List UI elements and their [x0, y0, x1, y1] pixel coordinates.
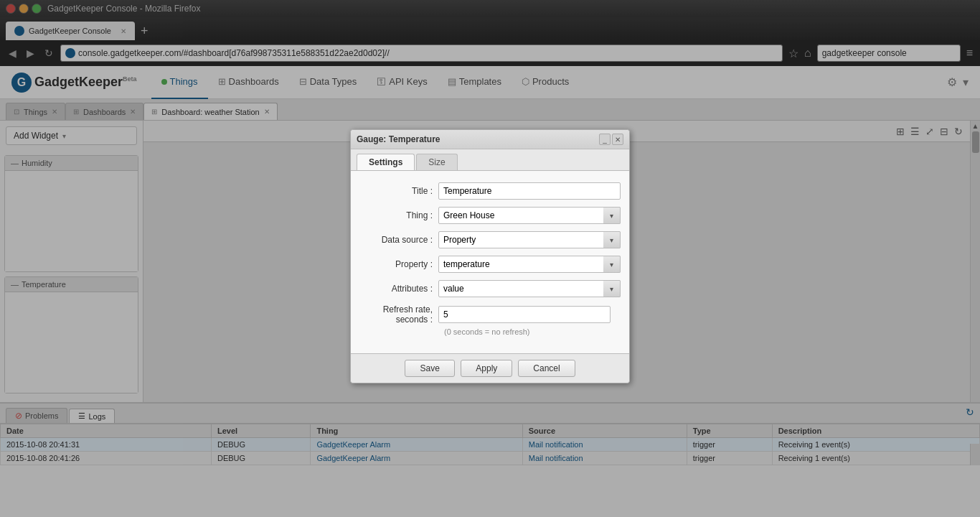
modal-titlebar: Gauge: Temperature _ ✕: [351, 130, 629, 149]
modal-title: Gauge: Temperature: [357, 134, 598, 144]
attributes-field-label: Attributes :: [359, 284, 438, 294]
refresh-input[interactable]: [438, 306, 611, 323]
datasource-select-wrap: Property ▾: [438, 231, 621, 248]
modal-tabs: Settings Size: [351, 149, 629, 171]
form-row-property: Property : temperature ▾: [359, 256, 621, 273]
datasource-select-arrow[interactable]: ▾: [603, 231, 621, 248]
thing-select-arrow[interactable]: ▾: [603, 207, 621, 224]
modal-footer: Save Apply Cancel: [351, 353, 629, 383]
form-row-datasource: Data source : Property ▾: [359, 231, 621, 248]
attributes-select[interactable]: value: [438, 280, 621, 297]
modal-tab-size[interactable]: Size: [416, 154, 457, 170]
cancel-button[interactable]: Cancel: [518, 360, 575, 377]
form-row-refresh: Refresh rate, seconds :: [359, 304, 621, 325]
datasource-select[interactable]: Property: [438, 231, 621, 248]
form-row-attributes: Attributes : value ▾: [359, 280, 621, 297]
property-select-arrow[interactable]: ▾: [603, 256, 621, 273]
modal-tab-settings[interactable]: Settings: [357, 154, 415, 170]
datasource-field-label: Data source :: [359, 235, 438, 245]
gauge-settings-modal: Gauge: Temperature _ ✕ Settings Size Tit…: [350, 129, 630, 383]
modal-overlay: Gauge: Temperature _ ✕ Settings Size Tit…: [0, 0, 980, 517]
form-row-title: Title :: [359, 182, 621, 200]
attributes-select-arrow[interactable]: ▾: [603, 280, 621, 297]
modal-body: Title : Thing : Green House ▾ Data sourc…: [351, 171, 629, 353]
form-row-thing: Thing : Green House ▾: [359, 207, 621, 224]
modal-close-btn[interactable]: ✕: [612, 134, 623, 145]
thing-select[interactable]: Green House: [438, 207, 621, 224]
apply-button[interactable]: Apply: [461, 360, 512, 377]
modal-minimize-btn[interactable]: _: [599, 134, 611, 145]
save-button[interactable]: Save: [405, 360, 455, 377]
property-select[interactable]: temperature: [438, 256, 621, 273]
property-select-wrap: temperature ▾: [438, 256, 621, 273]
thing-select-wrap: Green House ▾: [438, 207, 621, 224]
thing-field-label: Thing :: [359, 210, 438, 220]
attributes-select-wrap: value ▾: [438, 280, 621, 297]
refresh-hint: (0 seconds = no refresh): [444, 327, 621, 336]
title-field-label: Title :: [359, 186, 438, 196]
refresh-field-label: Refresh rate, seconds :: [359, 304, 438, 325]
property-field-label: Property :: [359, 259, 438, 269]
title-input[interactable]: [438, 182, 621, 200]
